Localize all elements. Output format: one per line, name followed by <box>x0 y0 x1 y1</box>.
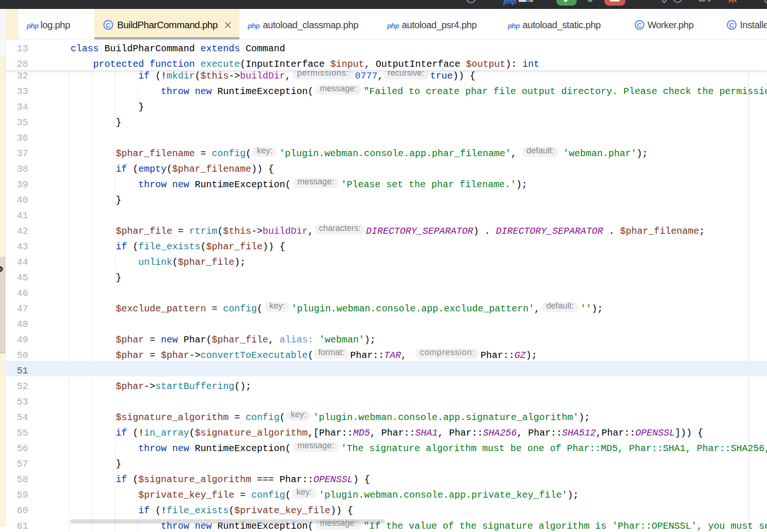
svg-text:C: C <box>637 21 642 29</box>
svg-text:php: php <box>503 0 517 5</box>
svg-text:C: C <box>729 21 735 29</box>
svg-text:C: C <box>106 21 111 29</box>
